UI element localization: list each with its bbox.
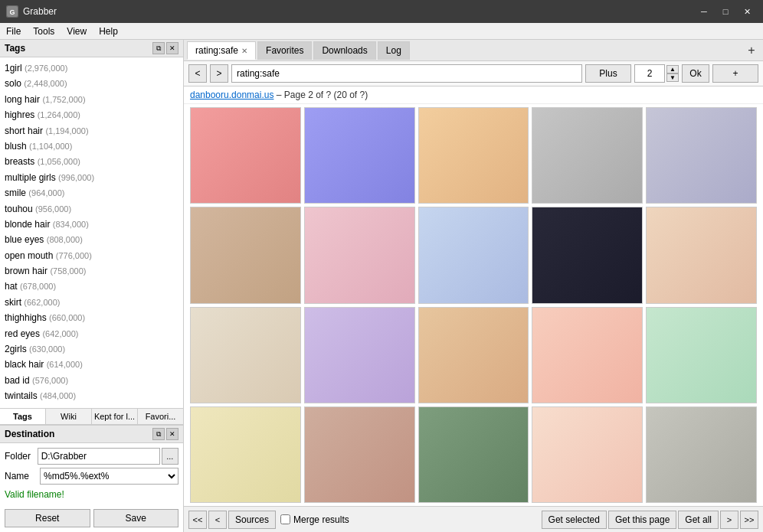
tag-item[interactable]: 2girls (630,000) (5, 341, 178, 357)
image-item[interactable] (532, 307, 643, 403)
tab-bar: rating:safe ✕ Favorites Downloads Log + (184, 40, 763, 61)
last-page-button[interactable]: >> (740, 511, 758, 529)
image-item[interactable] (532, 207, 643, 303)
prev-page-button[interactable]: < (208, 511, 227, 529)
tab-favorites[interactable]: Favori... (138, 409, 183, 424)
tag-item[interactable]: long hair (1,752,000) (5, 92, 178, 107)
folder-input[interactable] (38, 448, 160, 465)
destination-window-button[interactable]: ⧉ (152, 428, 165, 440)
tag-name: brown hair (5, 266, 47, 276)
image-item[interactable] (304, 406, 415, 503)
tag-item[interactable]: skirt (662,000) (5, 295, 178, 310)
close-button[interactable]: ✕ (737, 4, 757, 19)
page-down-button[interactable]: ▼ (666, 73, 679, 82)
image-item[interactable] (418, 207, 529, 303)
sources-button[interactable]: Sources (228, 511, 276, 529)
folder-label: Folder (5, 451, 38, 462)
tags-close-button[interactable]: ✕ (166, 42, 178, 54)
back-button[interactable]: < (188, 64, 207, 83)
image-item[interactable] (646, 107, 757, 204)
site-link[interactable]: danbooru.donmai.us (190, 90, 273, 100)
next-page-button[interactable]: > (720, 511, 738, 529)
merge-results-checkbox[interactable] (280, 514, 290, 524)
browse-button[interactable]: ... (162, 448, 178, 465)
image-thumbnail (305, 406, 414, 503)
name-label: Name (5, 471, 40, 481)
menu-tools[interactable]: Tools (27, 23, 61, 39)
tag-item[interactable]: breasts (1,056,000) (5, 154, 178, 169)
reset-button[interactable]: Reset (5, 509, 90, 527)
tag-name: blue eyes (5, 234, 44, 245)
tag-count: (808,000) (47, 235, 83, 244)
image-item[interactable] (418, 107, 529, 204)
ok-button[interactable]: Ok (682, 64, 709, 83)
menu-file[interactable]: File (0, 23, 27, 39)
image-item[interactable] (418, 307, 529, 403)
tag-item[interactable]: touhou (956,000) (5, 201, 178, 217)
tag-item[interactable]: blonde hair (834,000) (5, 217, 178, 232)
image-item[interactable] (190, 307, 301, 403)
tag-item[interactable]: 1girl (2,976,000) (5, 60, 178, 76)
tag-item[interactable]: blush (1,104,000) (5, 139, 178, 154)
tag-item[interactable]: hat (678,000) (5, 279, 178, 294)
tag-name: thighhighs (5, 312, 47, 323)
name-select[interactable]: %md5%.%ext% (40, 468, 178, 485)
sidebar-tabs: Tags Wiki Kept for l... Favori... (0, 408, 183, 425)
tag-item[interactable]: blue eyes (808,000) (5, 232, 178, 247)
image-item[interactable] (190, 406, 301, 503)
tab-downloads[interactable]: Downloads (313, 41, 375, 60)
image-item[interactable] (304, 207, 415, 303)
tag-item[interactable]: open mouth (776,000) (5, 248, 178, 263)
tab-kept-for-later[interactable]: Kept for l... (92, 409, 138, 424)
get-page-button[interactable]: Get this page (608, 511, 676, 529)
tag-item[interactable]: solo (2,448,000) (5, 76, 178, 91)
image-item[interactable] (532, 107, 643, 204)
menu-view[interactable]: View (61, 23, 93, 39)
forward-button[interactable]: > (210, 64, 228, 83)
destination-panel: Destination ⧉ ✕ Folder ... Name %md5%.%e… (0, 425, 183, 532)
get-all-button[interactable]: Get all (678, 511, 719, 529)
tab-rating-safe[interactable]: rating:safe ✕ (187, 41, 256, 60)
image-item[interactable] (532, 406, 643, 503)
tag-item[interactable]: multiple girls (996,000) (5, 170, 178, 185)
page-up-button[interactable]: ▲ (666, 65, 679, 73)
first-page-button[interactable]: << (188, 511, 207, 529)
image-item[interactable] (304, 107, 415, 204)
image-thumbnail (647, 406, 756, 503)
add-tab-button[interactable]: + (743, 42, 760, 59)
image-item[interactable] (190, 207, 301, 303)
image-item[interactable] (304, 307, 415, 403)
tab-rating-safe-close[interactable]: ✕ (241, 47, 247, 55)
get-selected-button[interactable]: Get selected (542, 511, 607, 529)
tab-log[interactable]: Log (378, 41, 410, 60)
image-item[interactable] (646, 207, 757, 303)
tag-item[interactable]: black hair (614,000) (5, 357, 178, 372)
tag-item[interactable]: bad id (576,000) (5, 373, 178, 388)
tag-item[interactable]: smile (964,000) (5, 185, 178, 201)
tab-tags[interactable]: Tags (0, 409, 46, 424)
tag-item[interactable]: thighhighs (660,000) (5, 310, 178, 325)
search-input[interactable] (231, 64, 582, 83)
tag-item[interactable]: short hair (1,194,000) (5, 123, 178, 139)
tag-count: (484,000) (40, 391, 76, 400)
plus-button[interactable]: Plus (585, 64, 631, 83)
image-item[interactable] (646, 307, 757, 403)
destination-close-button[interactable]: ✕ (166, 428, 178, 440)
add-source-button[interactable]: + (712, 64, 758, 83)
image-item[interactable] (418, 406, 529, 503)
tab-wiki[interactable]: Wiki (46, 409, 92, 424)
tag-item[interactable]: twintails (484,000) (5, 388, 178, 403)
image-item[interactable] (190, 107, 301, 204)
save-button[interactable]: Save (93, 509, 179, 527)
tag-item[interactable]: red eyes (642,000) (5, 326, 178, 341)
minimize-button[interactable]: ─ (694, 4, 714, 19)
tags-window-button[interactable]: ⧉ (152, 42, 165, 54)
page-number-input[interactable] (634, 64, 665, 83)
tag-item[interactable]: highres (1,264,000) (5, 107, 178, 122)
maximize-button[interactable]: □ (716, 4, 735, 19)
menu-help[interactable]: Help (93, 23, 124, 39)
image-item[interactable] (646, 406, 757, 503)
tab-favorites-main[interactable]: Favorites (257, 41, 312, 60)
tag-item[interactable]: brown hair (758,000) (5, 263, 178, 279)
destination-header-controls: ⧉ ✕ (152, 428, 178, 440)
